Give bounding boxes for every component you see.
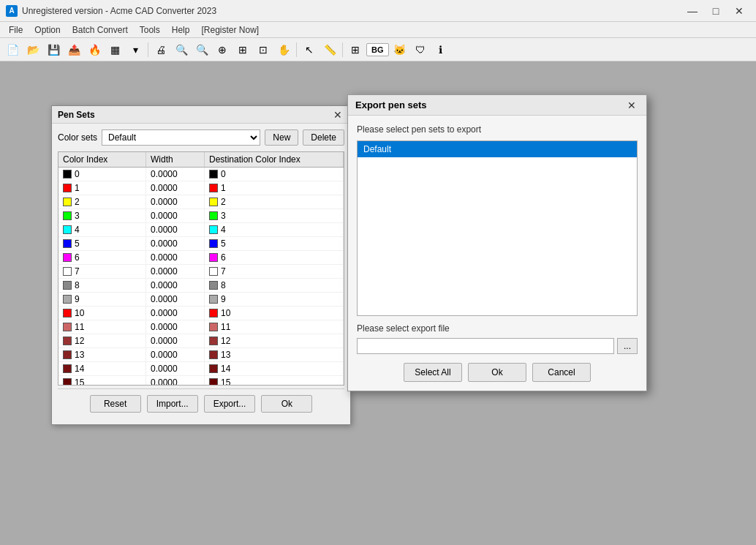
toolbar-flame[interactable]: 🔥 — [85, 40, 104, 59]
dst-color-cell: 6 — [205, 251, 344, 264]
dst-index: 3 — [221, 211, 226, 221]
toolbar-zoom-extents[interactable]: ⊞ — [233, 40, 252, 59]
table-row[interactable]: 2 0.0000 2 — [58, 195, 344, 209]
export-list-item-default[interactable]: Default — [358, 141, 637, 157]
cancel-button[interactable]: Cancel — [532, 363, 591, 382]
dst-color-cell: 3 — [205, 209, 344, 222]
toolbar-new[interactable]: 📄 — [3, 40, 22, 59]
table-row[interactable]: 12 0.0000 12 — [58, 334, 344, 348]
pen-sets-close-button[interactable]: ✕ — [331, 108, 344, 121]
toolbar-cat[interactable]: 🐱 — [390, 40, 409, 59]
new-button[interactable]: New — [265, 129, 298, 146]
table-row[interactable]: 8 0.0000 8 — [58, 279, 344, 293]
src-color-cell: 4 — [58, 223, 146, 236]
dst-color-cell: 1 — [205, 181, 344, 195]
export-list[interactable]: Default — [357, 140, 638, 316]
table-header: Color Index Width Destination Color Inde… — [58, 152, 344, 168]
src-index: 1 — [75, 183, 80, 193]
toolbar-zoom-window[interactable]: ⊕ — [213, 40, 232, 59]
menu-file[interactable]: File — [3, 23, 29, 37]
dst-color-swatch — [209, 378, 218, 386]
maximize-button[interactable]: □ — [705, 0, 727, 22]
minimize-button[interactable]: — — [681, 0, 703, 22]
src-index: 9 — [75, 294, 80, 304]
export-browse-button[interactable]: ... — [617, 338, 638, 354]
table-row[interactable]: 7 0.0000 7 — [58, 265, 344, 279]
color-sets-select[interactable]: Default — [102, 129, 260, 146]
ok-button[interactable]: Ok — [261, 395, 312, 413]
toolbar-open[interactable]: 📂 — [23, 40, 42, 59]
table-row[interactable]: 4 0.0000 4 — [58, 223, 344, 237]
delete-button[interactable]: Delete — [303, 129, 344, 146]
menu-batch-convert[interactable]: Batch Convert — [67, 23, 134, 37]
toolbar-zoom-fit[interactable]: ⊡ — [254, 40, 273, 59]
toolbar-shield[interactable]: 🛡 — [411, 40, 430, 59]
title-bar: A Unregistered version - Acme CAD Conver… — [0, 0, 756, 22]
width-cell: 0.0000 — [146, 223, 205, 236]
export-ok-button[interactable]: Ok — [468, 363, 526, 382]
export-file-input[interactable] — [357, 338, 614, 354]
col-header-width: Width — [146, 152, 205, 167]
width-cell: 0.0000 — [146, 209, 205, 222]
menu-tools[interactable]: Tools — [134, 23, 166, 37]
select-all-button[interactable]: Select All — [404, 363, 462, 382]
dst-color-cell: 10 — [205, 307, 344, 320]
table-row[interactable]: 14 0.0000 14 — [58, 362, 344, 376]
toolbar-zoom-in-1[interactable]: 🔍 — [192, 40, 211, 59]
src-color-swatch — [63, 211, 72, 220]
export-close-button[interactable]: ✕ — [624, 98, 639, 113]
toolbar-print[interactable]: 🖨 — [151, 40, 170, 59]
toolbar-grid[interactable]: ⊞ — [346, 40, 365, 59]
menu-help[interactable]: Help — [166, 23, 196, 37]
src-color-swatch — [63, 309, 72, 317]
dst-index: 13 — [221, 350, 230, 360]
table-row[interactable]: 0 0.0000 0 — [58, 168, 344, 181]
toolbar-bg-button[interactable]: BG — [366, 43, 389, 56]
src-color-swatch — [63, 253, 72, 262]
width-cell: 0.0000 — [146, 334, 205, 347]
src-color-swatch — [63, 350, 72, 359]
width-cell: 0.0000 — [146, 293, 205, 306]
table-row[interactable]: 6 0.0000 6 — [58, 251, 344, 265]
table-row[interactable]: 1 0.0000 1 — [58, 181, 344, 195]
close-button[interactable]: ✕ — [728, 0, 750, 22]
table-row[interactable]: 3 0.0000 3 — [58, 209, 344, 223]
export-footer: Select All Ok Cancel — [357, 363, 638, 382]
dst-color-swatch — [209, 170, 218, 178]
table-row[interactable]: 11 0.0000 11 — [58, 320, 344, 334]
dst-color-cell: 0 — [205, 168, 344, 181]
menu-register[interactable]: [Register Now] — [195, 23, 265, 37]
reset-button[interactable]: Reset — [90, 395, 141, 413]
table-rows-container: 0 0.0000 0 1 0.0000 1 — [58, 168, 344, 386]
pen-sets-dialog: Pen Sets ✕ Color sets Default New Delete… — [51, 105, 351, 425]
pen-sets-title: Pen Sets — [58, 110, 331, 120]
toolbar-export[interactable]: 📤 — [64, 40, 83, 59]
toolbar-select[interactable]: ↖ — [300, 40, 319, 59]
table-row[interactable]: 15 0.0000 15 — [58, 376, 344, 386]
toolbar-pan[interactable]: ✋ — [274, 40, 293, 59]
width-cell: 0.0000 — [146, 237, 205, 250]
table-row[interactable]: 5 0.0000 5 — [58, 237, 344, 251]
src-color-swatch — [63, 281, 72, 290]
toolbar-zoom-out[interactable]: 🔍 — [172, 40, 191, 59]
pen-sets-title-bar: Pen Sets ✕ — [52, 106, 350, 124]
export-file-label: Please select export file — [357, 323, 638, 334]
table-row[interactable]: 10 0.0000 10 — [58, 307, 344, 320]
toolbar-dropdown-arrow[interactable]: ▾ — [126, 40, 145, 59]
toolbar-save[interactable]: 💾 — [44, 40, 63, 59]
toolbar-measure[interactable]: 📏 — [320, 40, 339, 59]
toolbar-info[interactable]: ℹ — [431, 40, 450, 59]
import-button[interactable]: Import... — [147, 395, 198, 413]
src-color-swatch — [63, 170, 72, 178]
table-row[interactable]: 9 0.0000 9 — [58, 293, 344, 307]
app-icon: A — [6, 5, 18, 17]
menu-option[interactable]: Option — [29, 23, 66, 37]
src-color-cell: 1 — [58, 181, 146, 195]
dst-color-swatch — [209, 350, 218, 359]
export-button[interactable]: Export... — [204, 395, 256, 413]
toolbar-layers[interactable]: ▦ — [105, 40, 124, 59]
dst-index: 4 — [221, 225, 226, 235]
dst-color-swatch — [209, 323, 218, 331]
table-row[interactable]: 13 0.0000 13 — [58, 348, 344, 362]
dst-color-cell: 7 — [205, 265, 344, 278]
